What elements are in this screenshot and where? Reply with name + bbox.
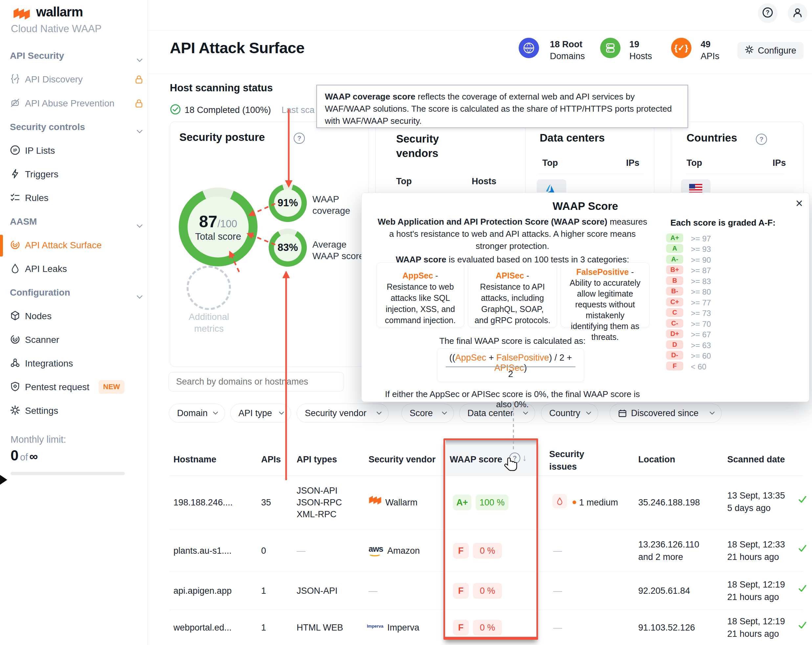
score-badge: 0 % xyxy=(473,620,502,636)
location-cell: 35.246.188.198 xyxy=(638,497,700,508)
apis-cell: 1 xyxy=(261,623,266,633)
table-row[interactable]: plants.au-s1.... 0 — aws Amazon F 0 % — … xyxy=(170,529,803,572)
sidebar-item-api-discovery[interactable]: API Discovery xyxy=(0,73,148,87)
avg-label: AverageWAAP score xyxy=(312,239,364,262)
hostname-cell: webportal.ed... xyxy=(174,623,232,633)
fraction-line xyxy=(446,366,575,367)
total-score-value: 87 xyxy=(199,212,217,231)
location-cell: 92.205.61.84 xyxy=(638,586,690,596)
calendar-icon xyxy=(618,409,627,418)
braces-check-icon xyxy=(10,73,20,86)
location-cell: 91.103.52.126 xyxy=(638,623,695,633)
additional-metrics-circle[interactable] xyxy=(186,266,231,310)
search-input[interactable] xyxy=(168,372,344,392)
monthly-limit-progressbar xyxy=(11,472,125,475)
col-waap-score[interactable]: WAAP score xyxy=(450,454,502,465)
sidebar-item-integrations[interactable]: Integrations xyxy=(0,358,148,371)
countries-col-ips: IPs xyxy=(772,158,786,168)
sidebar-item-settings[interactable]: Settings xyxy=(0,405,148,418)
header-divider xyxy=(148,73,812,74)
lightning-icon xyxy=(10,168,20,181)
integrations-icon xyxy=(10,358,20,371)
vendors-col-hosts: Hosts xyxy=(472,176,496,186)
stat-apis-value: 49 xyxy=(701,40,710,50)
table-row[interactable]: api.apigen.app 1 JSON-API — F 0 % — 92.2… xyxy=(170,572,803,610)
scanning-status-heading: Host scanning status xyxy=(170,82,273,94)
sidebar-item-pentest-request[interactable]: Pentest request NEW xyxy=(0,381,148,395)
vendors-col-top: Top xyxy=(396,176,412,186)
avg-value: 83% xyxy=(278,242,298,253)
hostname-cell: 198.188.246.... xyxy=(174,497,232,508)
grade-badge: F xyxy=(453,583,469,599)
scan-ok-check-icon xyxy=(798,543,807,555)
scanned-date-cell: 13 Sept, 13:35 xyxy=(727,491,785,501)
apis-cell: 35 xyxy=(261,497,271,508)
formula-box: ((AppSec + FalsePositive) / 2 + APISec) … xyxy=(437,348,584,382)
grade-chip: D- xyxy=(666,351,683,360)
last-scanned-text: Last sca xyxy=(281,105,315,115)
posture-help-icon[interactable] xyxy=(294,133,305,144)
sort-desc-icon[interactable] xyxy=(522,453,527,463)
configure-button[interactable]: Configure xyxy=(737,42,803,59)
stat-root-domains-label: Domains xyxy=(550,51,585,61)
filter-api-type[interactable]: API type xyxy=(230,404,291,423)
droplet-icon xyxy=(10,263,20,276)
countries-title: Countries xyxy=(687,132,737,144)
total-score-label: Total score xyxy=(195,231,241,242)
apis-braces-icon: {✓} xyxy=(671,38,691,58)
imperva-vendor-icon: Imperva xyxy=(367,624,383,628)
help-button[interactable]: ? xyxy=(758,3,777,23)
coverage-value: 91% xyxy=(278,197,298,209)
countries-help-icon[interactable] xyxy=(756,134,767,145)
sidebar-item-scanner[interactable]: Scanner xyxy=(0,334,148,347)
grade-badge: A+ xyxy=(453,495,472,510)
grade-chip: C xyxy=(666,308,683,317)
close-icon[interactable]: × xyxy=(792,196,806,210)
vendor-cell: Wallarm xyxy=(385,497,418,508)
scanner-target-icon xyxy=(10,334,20,347)
sidebar-item-api-abuse-prevention[interactable]: API Abuse Prevention xyxy=(0,98,148,111)
sidebar-section-security-controls[interactable]: Security controls xyxy=(0,121,148,134)
filter-domain[interactable]: Domain xyxy=(169,404,225,423)
new-badge: NEW xyxy=(99,380,125,394)
stat-root-domains-value: 18 Root xyxy=(550,40,582,50)
scan-completed-text: 18 Completed (100%) xyxy=(185,105,271,115)
waap-coverage-donut: 91% xyxy=(269,184,307,222)
check-circle-icon xyxy=(170,104,181,116)
col-apis: APIs xyxy=(261,454,281,465)
page-title: API Attack Surface xyxy=(170,39,304,57)
grade-chip: C+ xyxy=(666,297,683,306)
wallarm-logo-icon xyxy=(11,7,33,22)
sidebar-item-api-leaks[interactable]: API Leaks xyxy=(0,263,148,276)
col-location: Location xyxy=(638,454,675,465)
datacenters-col-ips: IPs xyxy=(626,158,640,168)
monthly-limit-value: 0 of ∞ xyxy=(11,447,38,464)
col-security-vendor: Security vendor xyxy=(369,454,435,465)
sidebar-item-api-attack-surface[interactable]: API Attack Surface xyxy=(0,239,148,253)
grade-badge: F xyxy=(453,543,469,559)
filter-security-vendor[interactable]: Security vendor xyxy=(297,404,389,423)
vendors-title: Securityvendors xyxy=(396,132,439,161)
sidebar-section-configuration[interactable]: Configuration xyxy=(0,287,148,300)
apisec-category-card: APISec - Resistance to API attacks, incl… xyxy=(468,262,557,328)
grade-chip: F xyxy=(666,361,683,371)
sidebar-item-triggers[interactable]: Triggers xyxy=(0,168,148,181)
sidebar-item-nodes[interactable]: Nodes xyxy=(0,310,148,323)
chevron-down-icon xyxy=(137,125,143,136)
sidebar-item-rules[interactable]: Rules xyxy=(0,192,148,205)
aws-vendor-icon: aws xyxy=(369,544,383,557)
user-menu-button[interactable] xyxy=(788,3,807,23)
score-badge: 0 % xyxy=(473,543,502,559)
sidebar-section-aasm[interactable]: AASM xyxy=(0,216,148,229)
modal-intro: Web Application and API Protection Score… xyxy=(376,216,649,252)
scan-ok-check-icon xyxy=(798,584,807,595)
grade-chip: D+ xyxy=(666,329,683,338)
table-row[interactable]: webportal.ed... 1 HTML WEB Imperva Imper… xyxy=(170,610,803,645)
table-row[interactable]: 198.188.246.... 35 JSON-API JSON-RPC XML… xyxy=(170,476,803,529)
waap-score-help-icon[interactable] xyxy=(509,453,520,464)
sidebar-section-api-security[interactable]: API Security xyxy=(0,50,148,63)
col-scanned-date: Scanned date xyxy=(727,454,785,465)
sidebar-item-ip-lists[interactable]: IP IP Lists xyxy=(0,145,148,158)
brand-subtitle: Cloud Native WAAP xyxy=(11,23,102,35)
scan-ok-check-icon xyxy=(798,621,807,631)
